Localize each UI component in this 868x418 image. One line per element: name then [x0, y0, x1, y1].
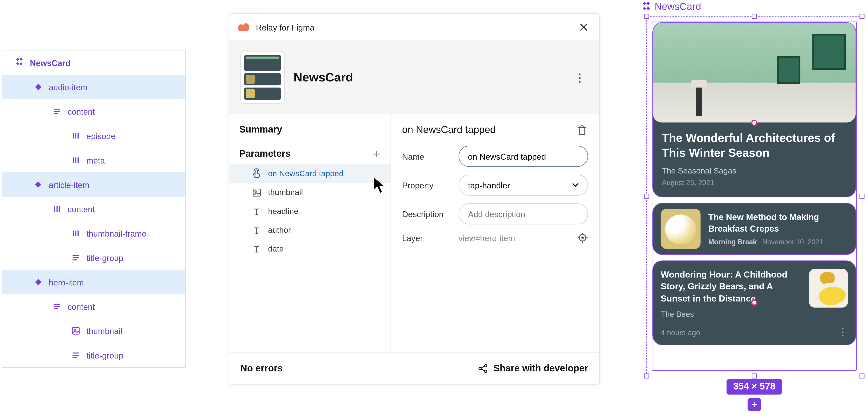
layers-row-thumbnail[interactable]: thumbnail [2, 319, 185, 343]
layers-row-thumbnail-frame[interactable]: thumbnail-frame [2, 221, 185, 246]
more-menu-icon[interactable]: ⋮ [571, 67, 588, 87]
param-label: on NewsCard tapped [268, 169, 344, 178]
lines-icon [52, 301, 62, 311]
layer-label: episode [86, 131, 116, 141]
resize-handle[interactable] [644, 14, 649, 19]
lines-icon [71, 350, 81, 360]
plugin-footer: No errors Share with developer [229, 352, 599, 384]
name-input[interactable] [459, 146, 588, 167]
relay-logo-icon [238, 22, 250, 32]
diamond-icon [33, 180, 43, 189]
variant-marker-icon [751, 120, 757, 126]
svg-rect-28 [72, 328, 79, 334]
svg-rect-4 [35, 84, 41, 90]
card-more-icon[interactable]: ⋮ [838, 326, 848, 338]
param-row-thumbnail[interactable]: thumbnail [229, 183, 391, 202]
component-thumbnail [240, 51, 285, 103]
close-icon[interactable] [577, 21, 590, 34]
article-headline: The New Method to Making Breakfast Crepe… [708, 211, 848, 235]
layers-row-episode[interactable]: episode [2, 123, 185, 148]
bars-icon [71, 228, 81, 238]
resize-handle[interactable] [752, 374, 757, 379]
name-field-label: Name [402, 152, 450, 161]
hero-date: August 25, 2021 [662, 178, 847, 187]
param-label: date [268, 244, 284, 253]
parameter-detail-title: on NewsCard tapped [402, 124, 496, 136]
layers-row-audio-item[interactable]: audio-item [2, 75, 185, 99]
description-input[interactable] [459, 203, 588, 225]
layers-row-title-group[interactable]: title-group [2, 245, 185, 270]
resize-handle[interactable] [860, 193, 864, 199]
parameters-section-title: Parameters [239, 149, 290, 160]
resize-handle[interactable] [860, 14, 864, 19]
audio-item-card[interactable]: Wondering Hour: A Childhood Story, Grizz… [652, 260, 856, 346]
svg-point-45 [479, 367, 482, 370]
hero-item-card[interactable]: The Wonderful Architectures of This Wint… [652, 22, 856, 197]
layer-label: thumbnail-frame [86, 229, 147, 238]
plugin-right-panel: on NewsCard tapped Name Property tap-han… [391, 114, 599, 353]
layer-label: title-group [86, 253, 123, 262]
svg-rect-53 [647, 6, 650, 10]
resize-handle[interactable] [860, 374, 864, 379]
param-row-author[interactable]: author [229, 220, 391, 239]
article-author: Morning Break [708, 238, 757, 246]
plugin-subheader: NewsCard ⋮ [229, 41, 599, 114]
canvas-component-label[interactable]: NewsCard [641, 1, 701, 13]
dimensions-badge: 354 × 578 [726, 379, 782, 395]
target-icon[interactable] [577, 232, 588, 243]
layers-row-hero-item[interactable]: hero-item [2, 270, 185, 294]
svg-rect-14 [35, 181, 41, 188]
layers-row-content[interactable]: content [2, 99, 185, 124]
resize-handle[interactable] [752, 14, 757, 19]
component-title: NewsCard [293, 70, 353, 85]
delete-icon[interactable] [577, 124, 588, 136]
newscard-stack: The Wonderful Architectures of This Wint… [652, 22, 857, 371]
lines-icon [52, 106, 62, 116]
layers-row-title-group[interactable]: title-group [2, 343, 185, 367]
summary-section-title[interactable]: Summary [229, 124, 391, 142]
param-label: author [268, 226, 291, 234]
param-row-date[interactable]: date [229, 239, 391, 258]
svg-point-38 [254, 190, 256, 192]
plugin-header: Relay for Figma [229, 14, 599, 41]
param-label: headline [268, 207, 298, 215]
layers-row-meta[interactable]: meta [2, 148, 185, 172]
param-row-on-NewsCard-tapped[interactable]: on NewsCard tapped [229, 164, 391, 183]
layers-row-content[interactable]: content [2, 294, 185, 319]
article-item-card[interactable]: The New Method to Making Breakfast Crepe… [652, 203, 856, 255]
add-variant-button[interactable]: + [748, 398, 761, 411]
plugin-brand-label: Relay for Figma [256, 22, 314, 32]
svg-rect-3 [20, 62, 23, 65]
layer-label: title-group [86, 351, 123, 360]
chevron-down-icon [572, 183, 579, 187]
bars-icon [71, 155, 81, 165]
svg-line-49 [481, 369, 485, 371]
param-label: thumbnail [268, 188, 303, 197]
share-with-developer-button[interactable]: Share with developer [478, 363, 588, 374]
svg-rect-52 [643, 6, 646, 10]
canvas-selection-frame[interactable]: The Wonderful Architectures of This Wint… [646, 16, 862, 377]
audio-thumbnail [809, 268, 848, 307]
svg-point-29 [74, 329, 75, 330]
bars-icon [52, 204, 62, 214]
add-parameter-icon[interactable] [373, 150, 380, 158]
audio-headline: Wondering Hour: A Childhood Story, Grizz… [661, 268, 801, 304]
resize-handle[interactable] [644, 374, 649, 379]
text-icon [251, 206, 261, 216]
layer-label: thumbnail [86, 326, 122, 336]
property-select[interactable]: tap-handler [459, 175, 588, 196]
resize-handle[interactable] [644, 193, 649, 199]
hero-thumbnail [653, 23, 856, 122]
svg-rect-2 [16, 62, 19, 65]
svg-rect-37 [253, 189, 260, 196]
layer-label: content [68, 107, 95, 116]
layers-row-content[interactable]: content [2, 197, 185, 221]
layers-panel: NewsCard audio-itemcontentepisodemetaart… [2, 50, 185, 368]
layers-root-row[interactable]: NewsCard [2, 51, 185, 75]
svg-rect-50 [643, 2, 646, 5]
lines-icon [71, 253, 81, 263]
layers-row-article-item[interactable]: article-item [2, 172, 185, 197]
relay-plugin-panel: Relay for Figma NewsCard ⋮ Summary [229, 13, 600, 385]
svg-rect-51 [647, 2, 650, 5]
param-row-headline[interactable]: headline [229, 202, 391, 220]
